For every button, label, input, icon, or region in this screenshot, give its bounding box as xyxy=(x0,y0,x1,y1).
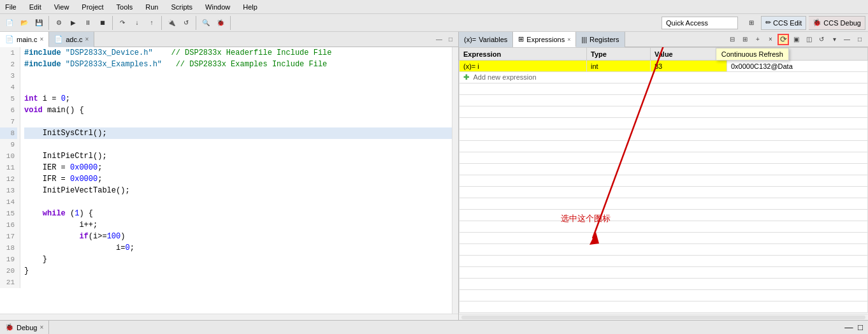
code-editor[interactable]: 1 2 3 4 5 6 7 8 9 10 11 12 13 14 xyxy=(0,47,452,314)
code-line-9 xyxy=(24,139,452,150)
toolbar-step-over-btn[interactable]: ↷ xyxy=(115,16,129,30)
tab-main-c[interactable]: 📄 main.c × xyxy=(0,32,49,47)
toolbar-search-btn[interactable]: 🔍 xyxy=(199,16,213,30)
code-line-3 xyxy=(24,70,452,82)
toolbar-open-btn[interactable]: 📂 xyxy=(17,16,31,30)
expr-btn-5[interactable]: ▣ xyxy=(790,34,802,45)
menu-run[interactable]: Run xyxy=(143,3,161,11)
line-num-10: 10 xyxy=(0,150,17,162)
expressions-table: Expression Type Value (x)= i int 83 0x00… xyxy=(459,47,868,313)
debug-bar-maximize[interactable]: □ xyxy=(855,323,865,333)
debug-bar-minimize[interactable]: — xyxy=(844,323,854,333)
add-expression-plus-icon: ✚ xyxy=(463,73,469,81)
code-line-8: InitSysCtrl(); xyxy=(24,127,452,139)
toolbar-pause-btn[interactable]: ⏸ xyxy=(81,16,95,30)
tab-expressions-close-btn[interactable]: × xyxy=(567,36,570,43)
tab-expressions-label: Expressions xyxy=(526,36,565,43)
debug-tab[interactable]: 🐞 Debug × xyxy=(0,321,49,335)
line-num-8: 8 xyxy=(0,127,17,139)
ccs-edit-icon: ✏ xyxy=(765,18,771,27)
editor-horizontal-scrollbar[interactable] xyxy=(0,314,458,320)
empty-row-18 xyxy=(459,279,868,290)
code-line-13: InitPieVectTable(); xyxy=(24,185,452,196)
menu-view[interactable]: View xyxy=(52,3,72,11)
code-line-17: if(i>=100) xyxy=(24,231,452,242)
expr-chevron-btn[interactable]: ▾ xyxy=(828,34,840,45)
toolbar-run-btn[interactable]: ▶ xyxy=(66,16,80,30)
expression-row-i: (x)= i int 83 0x0000C132@Data xyxy=(459,61,868,72)
tab-registers[interactable]: ||| Registers xyxy=(576,32,625,47)
toolbar-new-btn[interactable]: 📄 xyxy=(3,16,17,30)
code-line-20: } xyxy=(24,265,452,277)
empty-row-3 xyxy=(459,106,868,118)
menu-scripts[interactable]: Scripts xyxy=(168,3,195,11)
toolbar-build-btn[interactable]: ⚙ xyxy=(52,16,66,30)
annotation-area: Expression Type Value (x)= i int 83 0x00… xyxy=(459,47,868,314)
tooltip-text: Continuous Refresh xyxy=(721,50,783,58)
code-line-2: #include "DSP2833x_Examples.h" // DSP283… xyxy=(24,59,452,70)
debug-tab-close[interactable]: × xyxy=(40,324,43,331)
menu-project[interactable]: Project xyxy=(79,3,106,11)
col-type: Type xyxy=(587,48,651,61)
tab-adc-c-close[interactable]: × xyxy=(85,36,89,43)
quick-access-label: Quick Access xyxy=(666,19,708,27)
add-expression-cell[interactable]: ✚ Add new expression xyxy=(459,72,868,84)
tab-adc-c-icon: 📄 xyxy=(54,35,63,43)
toolbar-group-5: 🔍 🐞 xyxy=(199,16,231,30)
quick-access-box[interactable]: Quick Access xyxy=(662,17,738,29)
toolbar-group-4: 🔌 ↺ xyxy=(164,16,196,30)
line-num-5: 5 xyxy=(0,93,17,105)
toolbar-save-btn[interactable]: 💾 xyxy=(32,16,46,30)
code-line-7 xyxy=(24,116,452,127)
continuous-refresh-button[interactable]: ⟳ xyxy=(778,34,789,45)
empty-row-7 xyxy=(459,152,868,164)
editor-panel: 📄 main.c × 📄 adc.c × — □ 1 2 xyxy=(0,32,459,320)
tab-variables[interactable]: (x)= Variables xyxy=(459,32,513,47)
expr-btn-7[interactable]: ↺ xyxy=(816,34,827,45)
right-panel: (x)= Variables ⊞ Expressions × ||| Regis… xyxy=(459,32,868,320)
menu-edit[interactable]: Edit xyxy=(27,3,44,11)
toolbar-reset-btn[interactable]: ↺ xyxy=(179,16,193,30)
debug-tab-bar: 🐞 Debug × — □ xyxy=(0,320,868,334)
menu-tools[interactable]: Tools xyxy=(114,3,136,11)
expr-minimize-btn[interactable]: — xyxy=(841,34,853,45)
add-expression-button[interactable]: + xyxy=(752,34,763,45)
empty-row-19 xyxy=(459,290,868,301)
code-line-11: IER = 0x0000; xyxy=(24,162,452,173)
editor-vertical-scrollbar[interactable] xyxy=(452,47,458,314)
menu-file[interactable]: File xyxy=(3,3,19,11)
ccs-debug-button[interactable]: 🐞 CCS Debug xyxy=(809,16,865,30)
expr-maximize-btn[interactable]: □ xyxy=(854,34,865,45)
tab-adc-c-label: adc.c xyxy=(66,36,82,43)
right-panel-scroll-bar[interactable] xyxy=(459,314,868,320)
menu-window[interactable]: Window xyxy=(203,3,233,11)
toolbar-stop-btn[interactable]: ⏹ xyxy=(96,16,110,30)
toolbar-step-out-btn[interactable]: ↑ xyxy=(145,16,159,30)
expr-btn-6[interactable]: ◫ xyxy=(803,34,814,45)
code-line-12: IFR = 0x0000; xyxy=(24,173,452,185)
toolbar-debug-btn[interactable]: 🐞 xyxy=(213,16,228,30)
code-line-1: #include "DSP2833x_Device.h" // DSP2833x… xyxy=(24,47,452,59)
add-expression-row[interactable]: ✚ Add new expression xyxy=(459,72,868,84)
main-area: 📄 main.c × 📄 adc.c × — □ 1 2 xyxy=(0,32,868,320)
expand-all-button[interactable]: ⊞ xyxy=(739,34,751,45)
editor-minimize-btn[interactable]: — xyxy=(434,34,444,45)
tab-adc-c[interactable]: 📄 adc.c × xyxy=(49,32,94,47)
menu-bar: File Edit View Project Tools Run Scripts… xyxy=(0,0,868,14)
tab-main-c-close[interactable]: × xyxy=(40,36,43,43)
collapse-all-button[interactable]: ⊟ xyxy=(727,34,738,45)
empty-row-15 xyxy=(459,244,868,256)
toolbar-perspectives-btn[interactable]: ⊞ xyxy=(744,16,758,30)
toolbar-step-into-btn[interactable]: ↓ xyxy=(130,16,144,30)
menu-help[interactable]: Help xyxy=(240,3,260,11)
toolbar-connect-btn[interactable]: 🔌 xyxy=(164,16,178,30)
line-num-19: 19 xyxy=(0,254,17,265)
line-num-4: 4 xyxy=(0,82,17,93)
editor-maximize-btn[interactable]: □ xyxy=(445,34,456,45)
code-line-4 xyxy=(24,82,452,93)
tab-main-c-icon: 📄 xyxy=(5,35,14,43)
tab-expressions[interactable]: ⊞ Expressions × xyxy=(513,32,576,47)
remove-expression-button[interactable]: × xyxy=(765,34,776,45)
ccs-edit-button[interactable]: ✏ CCS Edit xyxy=(761,16,806,30)
line-num-17: 17 xyxy=(0,231,17,242)
